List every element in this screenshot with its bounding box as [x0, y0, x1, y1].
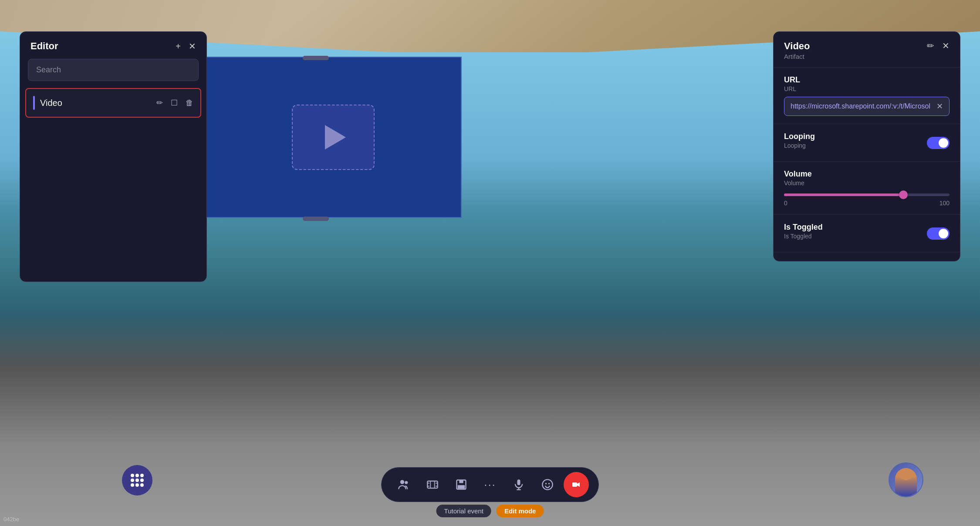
video-list-item[interactable]: Video ✏ ☐ 🗑 [25, 88, 201, 118]
url-sub-label: URL [784, 85, 950, 92]
volume-section: Volume Volume 0 100 [774, 162, 960, 215]
svg-rect-5 [458, 485, 465, 489]
url-input[interactable] [791, 102, 933, 110]
is-toggled-toggle[interactable] [927, 227, 950, 240]
grid-button[interactable] [122, 465, 152, 495]
video-play-area [292, 105, 375, 170]
svg-point-10 [545, 483, 547, 485]
emoji-icon [541, 478, 554, 491]
record-button[interactable] [564, 472, 589, 497]
url-label: URL [784, 75, 950, 85]
looping-label: Looping [784, 132, 815, 141]
video-delete-icon[interactable]: 🗑 [186, 98, 193, 108]
grid-dot-2 [135, 474, 139, 477]
video-item-accent [33, 96, 35, 110]
looping-labels: Looping Looping [784, 132, 815, 153]
artifact-edit-button[interactable]: ✏ [927, 41, 934, 51]
volume-sub-label: Volume [784, 180, 950, 187]
looping-toggle-row: Looping Looping [784, 132, 950, 153]
grid-dot-4 [131, 478, 134, 482]
url-section: URL URL ✕ [774, 68, 960, 124]
looping-section: Looping Looping [774, 124, 960, 162]
volume-min: 0 [784, 200, 787, 207]
is-toggled-labels: Is Toggled Is Toggled [784, 223, 823, 244]
grid-dot-6 [140, 478, 144, 482]
grid-dot-9 [140, 483, 144, 487]
grid-dot-1 [131, 474, 134, 477]
url-clear-button[interactable]: ✕ [936, 102, 943, 111]
svg-rect-4 [459, 480, 463, 483]
play-icon [325, 125, 346, 149]
avatar-head [900, 469, 912, 480]
svg-point-1 [405, 481, 408, 484]
is-toggled-sub-label: Is Toggled [784, 233, 823, 240]
video-scrollbar-top[interactable] [303, 56, 329, 60]
avatar-figure [895, 468, 917, 496]
emoji-button[interactable] [535, 472, 560, 497]
editor-title: Editor [30, 41, 58, 52]
bottom-toolbar: ··· [381, 467, 599, 502]
video-scrollbar-bottom[interactable] [303, 217, 329, 221]
video-item-label: Video [40, 98, 151, 108]
mic-button[interactable] [506, 472, 531, 497]
more-button[interactable]: ··· [477, 472, 503, 497]
editor-close-button[interactable]: ✕ [189, 41, 196, 51]
artifact-panel: Video Artifact ✏ ✕ URL URL ✕ Looping Loo… [773, 31, 960, 261]
artifact-header-right: ✏ ✕ [927, 41, 950, 51]
record-icon [571, 479, 581, 490]
volume-slider-labels: 0 100 [784, 200, 950, 207]
watermark: 042be [3, 516, 19, 523]
volume-max: 100 [939, 200, 950, 207]
video-item-actions: ✏ ☐ 🗑 [156, 98, 193, 108]
status-bar: Tutorial event Edit mode [436, 505, 544, 517]
editor-add-button[interactable]: + [176, 41, 181, 51]
url-input-wrapper: ✕ [784, 97, 950, 116]
volume-slider-track[interactable] [784, 193, 950, 196]
artifact-close-button[interactable]: ✕ [942, 41, 950, 51]
film-icon [426, 478, 439, 491]
editor-header-actions: + ✕ [176, 41, 196, 51]
save-button[interactable] [449, 472, 474, 497]
grid-dot-3 [140, 474, 144, 477]
edit-mode-badge: Edit mode [497, 505, 544, 517]
is-toggled-toggle-row: Is Toggled Is Toggled [784, 223, 950, 244]
grid-dot-7 [131, 483, 134, 487]
artifact-title-block: Video Artifact [784, 41, 810, 60]
artifact-main-title: Video [784, 41, 810, 52]
video-copy-icon[interactable]: ☐ [171, 98, 178, 108]
grid-dot-5 [135, 478, 139, 482]
search-input[interactable]: Search [28, 59, 199, 81]
film-button[interactable] [420, 472, 445, 497]
svg-rect-2 [427, 481, 437, 488]
editor-header: Editor + ✕ [20, 32, 206, 59]
user-avatar[interactable] [889, 462, 923, 497]
svg-point-0 [400, 480, 404, 484]
people-icon [398, 478, 410, 491]
is-toggled-section: Is Toggled Is Toggled [774, 215, 960, 252]
svg-rect-6 [517, 479, 520, 485]
artifact-subtitle: Artifact [784, 53, 810, 60]
looping-toggle[interactable] [927, 137, 950, 149]
artifact-header: Video Artifact ✏ ✕ [774, 32, 960, 68]
is-toggled-label: Is Toggled [784, 223, 823, 232]
svg-rect-12 [572, 482, 577, 487]
people-button[interactable] [391, 472, 416, 497]
video-display [205, 57, 462, 218]
volume-slider-thumb[interactable] [899, 190, 908, 199]
volume-label: Volume [784, 170, 950, 179]
event-status-badge: Tutorial event [436, 505, 491, 517]
editor-panel: Editor + ✕ Search Video ✏ ☐ 🗑 [20, 31, 207, 282]
mic-icon [513, 478, 525, 491]
video-edit-icon[interactable]: ✏ [156, 98, 163, 108]
looping-sub-label: Looping [784, 142, 815, 149]
grid-dot-8 [135, 483, 139, 487]
grid-dots [131, 474, 144, 487]
volume-slider-fill [784, 193, 903, 196]
save-icon [455, 478, 467, 491]
svg-point-11 [548, 483, 550, 485]
